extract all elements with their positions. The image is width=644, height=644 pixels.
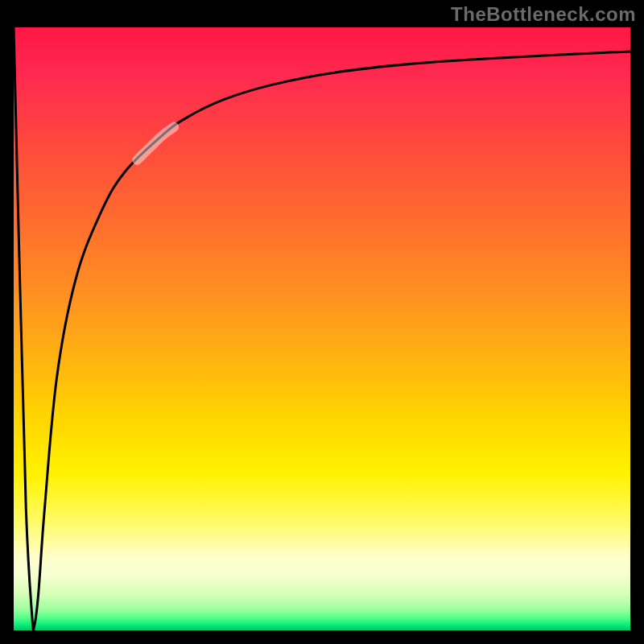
- chart-svg: [14, 27, 630, 630]
- chart-frame: [14, 27, 630, 630]
- highlight-segment: [137, 127, 174, 160]
- bottleneck-curve: [14, 27, 630, 630]
- watermark-label: TheBottleneck.com: [451, 3, 636, 26]
- chart-plot-area: [14, 27, 630, 630]
